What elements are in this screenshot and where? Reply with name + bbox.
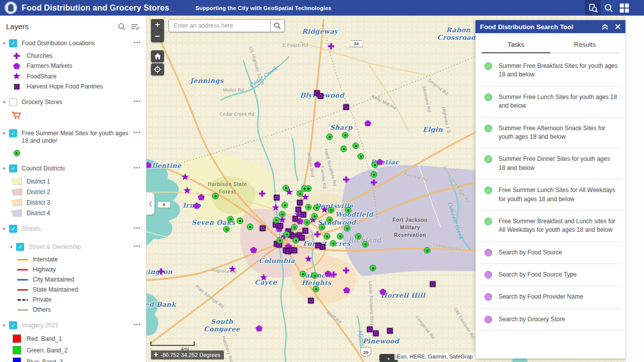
chevron-down-icon[interactable]: ▾	[3, 131, 9, 136]
tab-results[interactable]: Results	[550, 37, 619, 53]
zoom-in-button[interactable]: +	[151, 19, 164, 31]
meal-site-marker[interactable]	[341, 146, 347, 152]
task-item[interactable]: Free Summer Breakfast and Lunch sites fo…	[475, 211, 625, 241]
meal-site-marker[interactable]	[327, 217, 333, 223]
food-pantry-marker[interactable]	[292, 248, 297, 253]
meal-site-marker[interactable]	[279, 211, 286, 218]
layer-options-icon[interactable]: •••	[133, 225, 141, 231]
layer-options-icon[interactable]: •••	[133, 321, 141, 327]
layer-group-2[interactable]: ▾✓Free Summer Meal Sites for youth ages …	[0, 126, 146, 148]
chevron-down-icon[interactable]: ▾	[3, 166, 9, 171]
meal-site-marker[interactable]	[313, 205, 320, 211]
meal-site-marker[interactable]	[247, 224, 254, 230]
task-item[interactable]: Free Summer Lunch Sites for All Weekdays…	[475, 179, 625, 210]
close-panel-icon[interactable]	[615, 24, 621, 30]
task-item[interactable]: Search by Grocery Store	[475, 309, 625, 330]
panel-collapse-handle[interactable]: ❮	[146, 193, 154, 215]
meal-site-marker[interactable]	[273, 217, 280, 224]
chevron-down-icon[interactable]: ▾	[3, 100, 9, 105]
meal-site-marker[interactable]	[277, 237, 283, 244]
meal-site-marker[interactable]	[355, 233, 362, 240]
layer-group-0[interactable]: ▾✓Food Distribution Locations•••	[0, 36, 146, 51]
search-tool-button[interactable]	[585, 0, 601, 16]
address-search-input[interactable]	[169, 19, 270, 32]
chevron-down-icon[interactable]: ▾	[10, 244, 16, 249]
meal-site-marker[interactable]	[212, 193, 219, 200]
meal-site-marker[interactable]	[311, 273, 318, 279]
meal-site-marker[interactable]	[328, 207, 335, 214]
food-pantry-marker[interactable]	[320, 244, 326, 250]
meal-site-marker[interactable]	[372, 162, 378, 168]
layer-filter-icon[interactable]	[131, 23, 140, 31]
food-pantry-marker[interactable]	[260, 226, 266, 231]
chevron-down-icon[interactable]: ▾	[3, 323, 9, 328]
meal-site-marker[interactable]	[344, 225, 351, 232]
food-pantry-marker[interactable]	[367, 327, 373, 332]
chevron-down-icon[interactable]: ▾	[3, 226, 9, 231]
food-pantry-marker[interactable]	[299, 235, 305, 241]
layer-options-icon[interactable]: •••	[133, 98, 141, 104]
meal-site-marker[interactable]	[227, 216, 234, 223]
meal-site-marker[interactable]	[313, 286, 319, 293]
meal-site-marker[interactable]	[358, 153, 364, 160]
task-item[interactable]: Summer Free Lunch Sites for youth ages 1…	[475, 86, 625, 117]
layer-checkbox[interactable]: ✓	[9, 129, 17, 137]
meal-site-marker[interactable]	[371, 171, 377, 178]
layer-search-icon[interactable]	[118, 23, 126, 31]
meal-site-marker[interactable]	[353, 143, 359, 149]
meal-site-marker[interactable]	[424, 247, 431, 254]
layer-checkbox[interactable]: ✓	[9, 225, 17, 233]
meal-site-marker[interactable]	[311, 213, 318, 220]
crosshair-icon[interactable]: ✚	[153, 351, 158, 358]
meal-site-marker[interactable]	[324, 233, 331, 240]
locate-button[interactable]	[151, 63, 164, 75]
apps-grid-button[interactable]	[616, 0, 632, 16]
layer-group-6[interactable]: ▾✓Imagery 2021•••	[0, 318, 146, 333]
meal-site-marker[interactable]	[223, 226, 230, 233]
layer-options-icon[interactable]: •••	[133, 243, 141, 249]
layer-options-icon[interactable]: •••	[133, 164, 141, 170]
meal-site-marker[interactable]	[342, 132, 349, 139]
food-pantry-marker[interactable]	[387, 328, 393, 334]
meal-site-marker[interactable]	[370, 265, 376, 272]
food-pantry-marker[interactable]	[373, 331, 379, 336]
task-item[interactable]: Summer Free Breakfast Sites for youth ag…	[475, 55, 625, 86]
food-pantry-marker[interactable]	[297, 200, 303, 206]
food-pantry-marker[interactable]	[274, 195, 280, 201]
task-item[interactable]: Summer Free Afternoon Snack Sites for yo…	[475, 118, 625, 148]
layer-options-icon[interactable]: •••	[133, 39, 141, 45]
layer-checkbox[interactable]	[9, 98, 17, 106]
food-pantry-marker[interactable]	[318, 94, 324, 99]
meal-site-marker[interactable]	[327, 134, 333, 140]
layer-group-4[interactable]: ▾✓Streets•••	[0, 221, 146, 236]
layer-checkbox[interactable]: ✓	[9, 321, 17, 329]
layer-group-5[interactable]: ▾✓Street & Ownership•••	[0, 239, 146, 254]
meal-site-marker[interactable]	[284, 231, 290, 238]
meal-site-marker[interactable]	[301, 186, 308, 192]
task-item[interactable]: Search by Food Source	[475, 242, 625, 263]
tab-tasks[interactable]: Tasks	[481, 37, 550, 53]
meal-site-marker[interactable]	[300, 271, 306, 278]
layer-group-1[interactable]: ▾Grocery Stores•••	[0, 95, 146, 110]
meal-site-marker[interactable]	[283, 185, 289, 192]
food-pantry-marker[interactable]	[308, 298, 314, 304]
meal-site-marker[interactable]	[362, 241, 369, 248]
meal-site-marker[interactable]	[330, 240, 337, 247]
food-pantry-marker[interactable]	[301, 212, 306, 218]
layer-group-3[interactable]: ▾✓Council Districts•••	[0, 161, 146, 176]
search-button[interactable]	[601, 0, 616, 16]
food-pantry-marker[interactable]	[430, 282, 436, 287]
food-pantry-marker[interactable]	[344, 105, 349, 110]
address-search-button[interactable]	[270, 19, 285, 32]
search-tool-header[interactable]: Food Distribution Search Tool	[475, 20, 625, 33]
zoom-out-button[interactable]: −	[151, 31, 164, 42]
meal-site-marker[interactable]	[291, 224, 298, 231]
meal-site-marker[interactable]	[304, 219, 310, 226]
food-pantry-marker[interactable]	[293, 216, 298, 222]
layer-options-icon[interactable]: •••	[133, 129, 141, 135]
meal-site-marker[interactable]	[282, 202, 288, 209]
layer-checkbox[interactable]: ✓	[16, 243, 24, 251]
meal-site-marker[interactable]	[319, 224, 326, 231]
task-item[interactable]: Summer Free Dinner Sites for youth ages …	[475, 148, 625, 179]
food-pantry-marker[interactable]	[303, 228, 308, 234]
